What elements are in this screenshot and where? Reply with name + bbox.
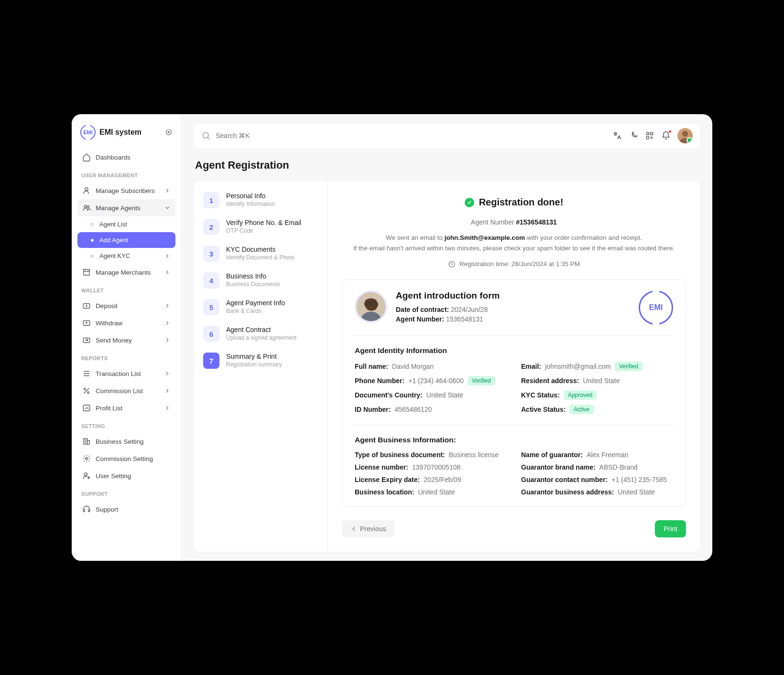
steps-list: 1 Personal InfoIdentify Information 2 Ve…	[194, 181, 327, 551]
step-1[interactable]: 1 Personal InfoIdentify Information	[203, 192, 317, 208]
notification-dot	[668, 130, 672, 133]
step-sub: Bank & Cards	[226, 308, 285, 314]
nav-deposit[interactable]: Deposit	[77, 297, 175, 314]
nav-transaction-list[interactable]: Transaction List	[77, 365, 175, 382]
step-title: Business Info	[226, 272, 280, 280]
nav-manage-merchants[interactable]: Manage Merchants	[77, 264, 175, 281]
svg-rect-16	[83, 510, 85, 512]
nav-send-money[interactable]: Send Money	[77, 332, 175, 349]
nav-withdraw[interactable]: Withdraw	[77, 314, 175, 332]
withdraw-icon	[82, 319, 91, 327]
users-icon	[82, 204, 91, 212]
brand-name: EMI system	[99, 128, 142, 137]
v: 2025/Feb/09	[424, 476, 461, 483]
nav-profit-list[interactable]: Profit List	[77, 399, 175, 417]
translate-icon[interactable]	[612, 131, 622, 140]
nav-commission-setting[interactable]: Commission Setting	[77, 450, 175, 467]
k: KYC Status:	[521, 391, 560, 399]
step-7[interactable]: 7 Summary & PrintRegistration summary	[203, 353, 317, 369]
nav-add-agent[interactable]: Add Agent	[77, 232, 175, 248]
nav-dashboards[interactable]: Dashboards	[77, 149, 175, 166]
chevron-right-icon	[164, 302, 171, 309]
building-icon	[82, 437, 91, 446]
chevron-right-icon	[164, 253, 171, 259]
identity-section-title: Agent Identity Information	[355, 346, 673, 355]
card-title: Agent introduction form	[396, 290, 630, 301]
step-5[interactable]: 5 Agent Payment InfoBank & Cards	[203, 299, 317, 315]
nav-manage-agents[interactable]: Manage Agents	[77, 199, 175, 216]
msg-line2: If the email hasn't arrived within two m…	[353, 245, 675, 252]
apps-icon[interactable]	[645, 131, 654, 140]
section-wallet: WALLET	[77, 281, 175, 297]
svg-point-8	[84, 388, 86, 390]
svg-point-9	[87, 392, 89, 394]
nav-label: Add Agent	[99, 236, 128, 244]
previous-button[interactable]: Previous	[342, 520, 394, 537]
msg-pre: We sent an email to	[386, 234, 445, 241]
k: Resident address:	[521, 377, 579, 385]
nav-label: Manage Merchants	[96, 269, 151, 276]
step-sub: Identify Document & Photo	[226, 254, 294, 261]
step-title: Personal Info	[226, 192, 275, 200]
step-num: 3	[203, 246, 219, 262]
print-button[interactable]: Print	[655, 520, 686, 537]
step-sub: Registration summary	[226, 361, 282, 368]
nav-support[interactable]: Support	[77, 501, 175, 518]
svg-rect-20	[651, 133, 653, 135]
nav-manage-subscribers[interactable]: Manage Subscribers	[77, 182, 175, 199]
date-value: 2024/Jun/28	[451, 306, 488, 313]
user-avatar[interactable]	[677, 128, 693, 143]
moon-icon[interactable]	[629, 131, 638, 140]
nav-agent-kyc[interactable]: Agent KYC	[77, 248, 175, 264]
nav-label: Withdraw	[96, 320, 122, 327]
v: +1 (234) 464-0600	[408, 377, 464, 385]
step-6[interactable]: 6 Agent ContractUpload a signed agreemen…	[203, 326, 317, 342]
step-title: KYC Documents	[226, 246, 294, 253]
step-sub: OTP Code	[226, 227, 301, 234]
k: License number:	[355, 463, 408, 471]
svg-point-18	[203, 133, 208, 139]
step-num: 1	[203, 192, 219, 208]
num-label: Agent Number:	[396, 315, 444, 323]
k: Email:	[521, 363, 541, 370]
bell-icon[interactable]	[661, 131, 671, 140]
svg-point-4	[87, 206, 89, 208]
send-icon	[82, 336, 91, 344]
step-3[interactable]: 3 KYC DocumentsIdentify Document & Photo	[203, 246, 317, 262]
registration-time: Registration time: 28/Jun/2024 at 1:35 P…	[342, 260, 686, 268]
k: License Expiry date:	[355, 476, 420, 483]
v: +1 (451) 235-7585	[611, 476, 667, 483]
nav-label: Deposit	[96, 302, 118, 310]
confirmation-message: We sent an email to john.Smith@example.c…	[342, 233, 686, 253]
regtime-text: Registration time: 28/Jun/2024 at 1:35 P…	[459, 260, 580, 268]
svg-rect-12	[87, 440, 90, 444]
step-4[interactable]: 4 Business InfoBusiness Documents	[203, 272, 317, 289]
topbar	[193, 123, 701, 149]
nav-business-setting[interactable]: Business Setting	[77, 433, 175, 450]
nav-commission-list[interactable]: Commission List	[77, 382, 175, 399]
step-2[interactable]: 2 Verify Phone No. & EmailOTP Code	[203, 219, 317, 235]
chevron-right-icon	[164, 387, 171, 394]
search-input[interactable]	[216, 132, 606, 139]
summary-pane: Registration done! Agent Number #1536548…	[327, 181, 700, 551]
nav-user-setting[interactable]: User Setting	[77, 467, 175, 484]
nav-label: User Setting	[96, 472, 131, 480]
svg-rect-19	[646, 133, 649, 135]
deposit-icon	[82, 301, 91, 310]
chevron-right-icon	[164, 370, 171, 377]
nav-agent-list[interactable]: Agent List	[77, 216, 175, 232]
card-logo: EMI	[639, 290, 673, 325]
search[interactable]	[201, 131, 606, 140]
clock-icon	[448, 260, 456, 268]
target-icon[interactable]	[165, 129, 173, 136]
step-num: 7	[203, 353, 219, 369]
k: Business location:	[355, 488, 414, 496]
nav-label: Manage Subscribers	[96, 187, 155, 194]
done-heading: Registration done!	[342, 197, 686, 208]
business-section-title: Agent Business Information:	[355, 436, 673, 444]
section-setting: SETTING	[77, 417, 175, 433]
step-title: Summary & Print	[226, 353, 282, 360]
step-num: 6	[203, 326, 219, 342]
step-title: Agent Contract	[226, 326, 296, 333]
check-icon	[465, 198, 474, 207]
